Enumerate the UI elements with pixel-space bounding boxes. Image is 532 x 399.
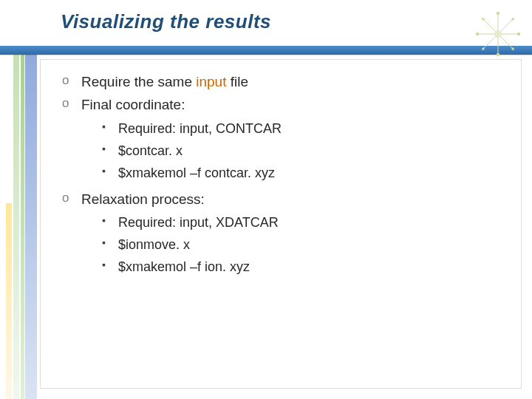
decor-stripe: [25, 55, 37, 399]
text: Require the same: [81, 74, 196, 89]
svg-point-5: [497, 12, 499, 15]
sub-bullet: Required: input, XDATCAR: [102, 213, 282, 233]
bullet-item: Final coordinate: Required: input, CONTC…: [62, 94, 282, 183]
bullet-item: Require the same input file: [62, 71, 282, 92]
decor-stripe: [6, 203, 12, 399]
svg-point-9: [482, 18, 485, 21]
header-underline: [0, 55, 532, 55]
highlight-text: input: [196, 74, 226, 89]
slide-title: Visualizing the results: [61, 10, 271, 33]
text: Relaxation process:: [81, 191, 205, 207]
svg-point-10: [511, 18, 514, 21]
sub-bullet: $ionmove. x: [102, 235, 282, 256]
text: Final coordinate:: [81, 97, 185, 112]
sub-bullet: $contcar. x: [102, 141, 282, 162]
sub-bullet: $xmakemol –f ion. xyz: [102, 257, 282, 278]
decor-stripe: [13, 55, 19, 399]
svg-point-8: [517, 33, 520, 35]
svg-point-4: [494, 30, 502, 38]
header-bar: [0, 46, 532, 55]
sub-bullet: Required: input, CONTCAR: [102, 119, 282, 140]
decor-stripe: [21, 55, 24, 399]
bullet-item: Relaxation process: Required: input, XDA…: [62, 188, 282, 278]
slide-body: Require the same input file Final coordi…: [62, 71, 282, 282]
text: file: [226, 74, 248, 89]
sub-bullet: $xmakemol –f contcar. xyz: [102, 163, 282, 184]
svg-point-7: [476, 33, 479, 35]
